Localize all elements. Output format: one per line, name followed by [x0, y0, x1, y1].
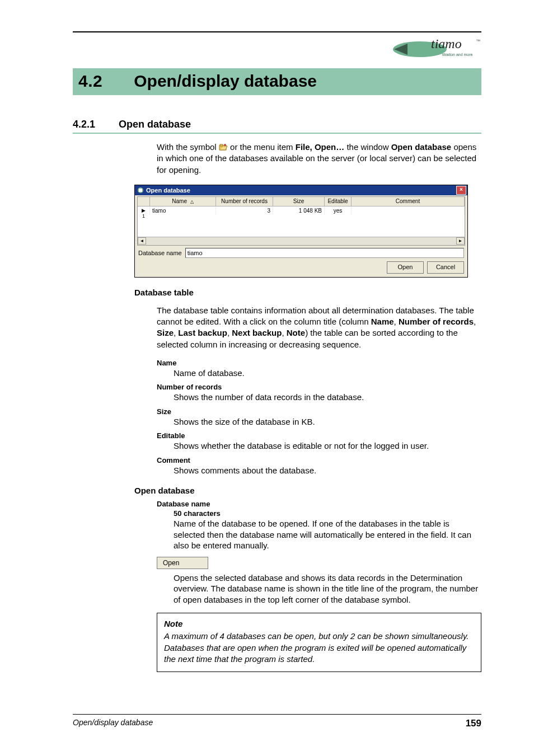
def-desc: Shows the size of the database in KB.: [174, 416, 481, 428]
open-button[interactable]: Open: [387, 261, 424, 274]
sort-asc-icon: △: [190, 199, 194, 204]
page-number: 159: [466, 718, 481, 729]
page-footer: Open/display database 159: [73, 714, 481, 729]
def-term: Size: [157, 407, 481, 416]
definitions-list: Name Name of database. Number of records…: [157, 359, 481, 476]
open-button-illustration: Open: [157, 557, 208, 569]
open-desc: Opens the selected database and shows it…: [174, 572, 481, 605]
def-desc: Shows whether the database is editable o…: [174, 440, 481, 452]
top-rule: [73, 31, 481, 32]
open-folder-icon: [219, 143, 228, 151]
close-icon[interactable]: ×: [456, 186, 466, 195]
cell-comment: [352, 206, 465, 215]
section-title: Open/display database: [134, 72, 317, 91]
dialog-titlebar: Open database ×: [135, 185, 467, 195]
subsection-heading: 4.2.1 Open database: [73, 119, 481, 134]
scrollbar-track[interactable]: [146, 237, 456, 245]
open-database-heading: Open database: [134, 486, 481, 495]
footer-left: Open/display database: [73, 718, 153, 729]
database-table-paragraph: The database table contains information …: [157, 305, 481, 350]
svg-rect-6: [220, 144, 223, 146]
subsection-title: Open database: [119, 119, 191, 130]
svg-rect-8: [139, 189, 142, 192]
dialog-app-icon: [137, 187, 144, 194]
section-heading-bar: 4.2 Open/display database: [73, 68, 481, 95]
svg-text:™: ™: [476, 39, 480, 44]
database-name-input[interactable]: [185, 248, 464, 258]
horizontal-scrollbar[interactable]: ◄ ►: [138, 237, 465, 245]
note-body: A maximum of 4 databases can be open, bu…: [164, 631, 474, 665]
column-records[interactable]: Number of records: [216, 197, 273, 206]
svg-text:titration and more: titration and more: [442, 53, 473, 57]
intro-paragraph: With the symbol or the menu item File, O…: [157, 142, 481, 176]
dbname-desc: Name of the database to be opened. If on…: [174, 518, 481, 551]
def-term: Number of records: [157, 383, 481, 391]
dialog-title: Open database: [146, 187, 456, 194]
svg-text:tiamo: tiamo: [431, 36, 462, 51]
row-marker-icon: ▶ 1: [138, 206, 150, 215]
section-number: 4.2: [78, 72, 102, 91]
column-name[interactable]: Name △: [150, 197, 216, 206]
def-term: Comment: [157, 456, 481, 464]
column-comment[interactable]: Comment: [352, 197, 465, 206]
cancel-button[interactable]: Cancel: [427, 261, 464, 274]
def-desc: Shows the number of data records in the …: [174, 392, 481, 403]
table-header-row: Name △ Number of records Size Editable C…: [138, 197, 465, 206]
def-term: Editable: [157, 431, 481, 440]
def-term: Name: [157, 359, 481, 367]
cell-records: 3: [216, 206, 273, 215]
note-box: Note A maximum of 4 databases can be ope…: [157, 613, 481, 672]
column-marker[interactable]: [138, 197, 150, 206]
database-table: Name △ Number of records Size Editable C…: [137, 196, 465, 246]
def-desc: Name of database.: [174, 368, 481, 379]
cell-size: 1 048 KB: [273, 206, 325, 215]
subsection-number: 4.2.1: [73, 119, 95, 130]
table-row[interactable]: ▶ 1 tiamo 3 1 048 KB yes: [138, 206, 465, 215]
dbname-constraint: 50 characters: [174, 509, 481, 518]
scroll-right-icon[interactable]: ►: [456, 237, 465, 245]
cell-editable: yes: [325, 206, 352, 215]
cell-name: tiamo: [150, 206, 216, 215]
note-title: Note: [164, 619, 474, 628]
column-size[interactable]: Size: [273, 197, 325, 206]
database-table-heading: Database table: [134, 288, 481, 297]
database-name-label: Database name: [138, 250, 182, 256]
dbname-term: Database name: [157, 500, 481, 508]
scroll-left-icon[interactable]: ◄: [138, 237, 146, 245]
def-desc: Shows comments about the database.: [174, 465, 481, 476]
column-editable[interactable]: Editable: [325, 197, 352, 206]
open-database-dialog: Open database × Name △ Number of records…: [134, 185, 468, 278]
brand-logo: tiamo ™ titration and more: [392, 36, 481, 60]
